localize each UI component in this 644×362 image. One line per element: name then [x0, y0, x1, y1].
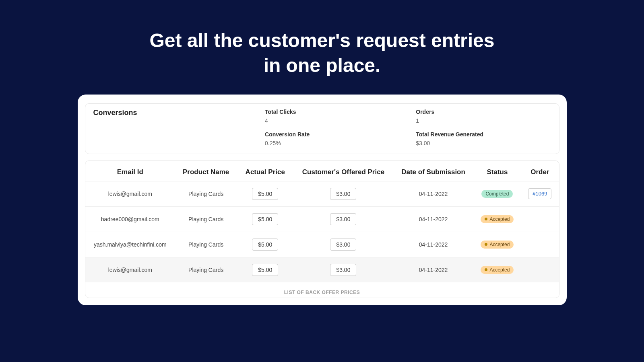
cell-email: badree000@gmail.com — [85, 206, 175, 232]
table-row: lewis@gmail.comPlaying Cards$5.00$3.0004… — [85, 257, 559, 282]
offered-price-input-cell: $3.00 — [293, 206, 393, 232]
cell-date: 04-11-2022 — [393, 232, 474, 257]
cell-status: Accepted — [474, 206, 521, 232]
table-row: yash.malviya@techinfini.comPlaying Cards… — [85, 232, 559, 257]
offered-price-input-cell: $3.00 — [293, 232, 393, 257]
header-order: Order — [521, 161, 559, 181]
hero-heading: Get all the customer's request entries i… — [0, 0, 644, 95]
stat-label: Orders — [416, 109, 551, 115]
offered-price-input-cell: $3.00 — [293, 257, 393, 282]
offers-table-panel: Email Id Product Name Actual Price Custo… — [85, 160, 559, 298]
status-badge-text: Accepted — [489, 267, 510, 273]
cell-product: Playing Cards — [175, 257, 237, 282]
table-footer-caption: LIST OF BACK OFFER PRICES — [85, 282, 559, 298]
header-date: Date of Submission — [393, 161, 474, 181]
cell-date: 04-11-2022 — [393, 181, 474, 206]
stat-total-revenue: Total Revenue Generated $3.00 — [416, 131, 551, 146]
offered-price-input[interactable]: $3.00 — [330, 213, 356, 225]
cell-status: Accepted — [474, 257, 521, 282]
offers-table: Email Id Product Name Actual Price Custo… — [85, 161, 559, 282]
table-header-row: Email Id Product Name Actual Price Custo… — [85, 161, 559, 181]
header-email: Email Id — [85, 161, 175, 181]
header-actual: Actual Price — [237, 161, 293, 181]
stat-label: Conversion Rate — [265, 131, 400, 138]
cell-order — [521, 232, 559, 257]
status-badge-text: Accepted — [489, 242, 510, 247]
table-row: badree000@gmail.comPlaying Cards$5.00$3.… — [85, 206, 559, 232]
actual-price-input[interactable]: $5.00 — [252, 264, 278, 276]
actual-price-input-cell: $5.00 — [237, 181, 293, 206]
status-badge-completed: Completed — [481, 190, 513, 198]
stats-title: Conversions — [93, 109, 249, 117]
stat-value: 0.25% — [265, 140, 400, 146]
stats-panel: Conversions Total Clicks 4 Orders 1 Conv… — [85, 103, 559, 154]
table-row: lewis@gmail.comPlaying Cards$5.00$3.0004… — [85, 181, 559, 206]
status-badge-accepted: Accepted — [481, 266, 514, 274]
status-badge-text: Accepted — [489, 216, 510, 222]
stat-conversion-rate: Conversion Rate 0.25% — [265, 131, 400, 146]
actual-price-input[interactable]: $5.00 — [252, 239, 278, 251]
cell-product: Playing Cards — [175, 206, 237, 232]
hero-line-2: in one place. — [0, 53, 644, 78]
offered-price-input[interactable]: $3.00 — [330, 188, 356, 200]
actual-price-input-cell: $5.00 — [237, 206, 293, 232]
header-offered: Customer's Offered Price — [293, 161, 393, 181]
cell-order: #1069 — [521, 181, 559, 206]
cell-order — [521, 206, 559, 232]
offered-price-input[interactable]: $3.00 — [330, 239, 356, 251]
status-dot-icon — [485, 243, 487, 246]
status-dot-icon — [485, 268, 487, 271]
cell-date: 04-11-2022 — [393, 257, 474, 282]
actual-price-input[interactable]: $5.00 — [252, 213, 278, 225]
cell-date: 04-11-2022 — [393, 206, 474, 232]
offered-price-input[interactable]: $3.00 — [330, 264, 356, 276]
cell-order — [521, 257, 559, 282]
stat-label: Total Clicks — [265, 109, 400, 115]
status-badge-accepted: Accepted — [481, 215, 514, 223]
cell-status: Completed — [474, 181, 521, 206]
offered-price-input-cell: $3.00 — [293, 181, 393, 206]
actual-price-input-cell: $5.00 — [237, 232, 293, 257]
stat-total-clicks: Total Clicks 4 — [265, 109, 400, 124]
cell-email: lewis@gmail.com — [85, 181, 175, 206]
hero-line-1: Get all the customer's request entries — [0, 28, 644, 53]
actual-price-input-cell: $5.00 — [237, 257, 293, 282]
stat-label: Total Revenue Generated — [416, 131, 551, 138]
stat-value: 4 — [265, 117, 400, 124]
cell-email: lewis@gmail.com — [85, 257, 175, 282]
cell-email: yash.malviya@techinfini.com — [85, 232, 175, 257]
status-dot-icon — [485, 218, 487, 220]
stat-value: 1 — [416, 117, 551, 124]
cell-product: Playing Cards — [175, 232, 237, 257]
actual-price-input[interactable]: $5.00 — [252, 188, 278, 200]
header-product: Product Name — [175, 161, 237, 181]
stat-value: $3.00 — [416, 140, 551, 146]
status-badge-accepted: Accepted — [481, 241, 514, 249]
cell-status: Accepted — [474, 232, 521, 257]
order-link[interactable]: #1069 — [528, 188, 551, 199]
header-status: Status — [474, 161, 521, 181]
cell-product: Playing Cards — [175, 181, 237, 206]
stat-orders: Orders 1 — [416, 109, 551, 124]
dashboard-card: Conversions Total Clicks 4 Orders 1 Conv… — [78, 95, 567, 305]
